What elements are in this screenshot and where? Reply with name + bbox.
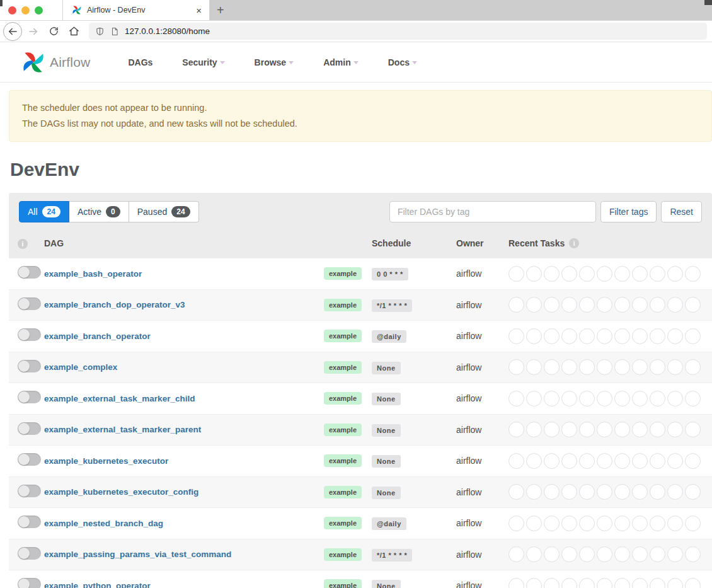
recent-task-circle[interactable] [544,484,560,500]
recent-task-circle[interactable] [632,328,648,344]
schedule-badge[interactable]: None [372,424,401,437]
recent-task-circle[interactable] [632,359,648,375]
recent-task-circle[interactable] [614,422,630,437]
recent-task-circle[interactable] [508,297,524,313]
airflow-brand[interactable]: Airflow [21,50,90,74]
dag-pause-toggle[interactable] [18,422,41,435]
recent-task-circle[interactable] [650,484,665,500]
recent-task-circle[interactable] [526,266,542,282]
window-minimize-button[interactable] [21,6,30,14]
dag-tag-badge[interactable]: example [324,424,362,436]
schedule-badge[interactable]: 0 0 * * * [372,268,408,280]
dag-pause-toggle[interactable] [18,360,41,372]
recent-task-circle[interactable] [526,359,542,375]
info-icon[interactable]: i [18,239,28,249]
schedule-badge[interactable]: None [372,580,401,588]
recent-task-circle[interactable] [667,516,683,531]
recent-task-circle[interactable] [650,453,665,469]
recent-task-circle[interactable] [561,453,577,469]
recent-task-circle[interactable] [526,484,542,500]
recent-task-circle[interactable] [614,516,630,531]
recent-task-circle[interactable] [508,578,524,588]
recent-task-circle[interactable] [685,391,701,406]
nav-item-browse[interactable]: Browse [255,57,294,67]
recent-task-circle[interactable] [561,422,577,437]
recent-task-circle[interactable] [632,391,648,406]
recent-task-circle[interactable] [508,453,524,469]
recent-task-circle[interactable] [508,391,524,406]
recent-task-circle[interactable] [579,578,595,588]
recent-task-circle[interactable] [597,578,612,588]
column-header-schedule[interactable]: Schedule [372,238,456,248]
recent-task-circle[interactable] [667,578,683,588]
recent-task-circle[interactable] [597,484,612,500]
recent-task-circle[interactable] [632,297,648,313]
recent-task-circle[interactable] [508,484,524,500]
recent-task-circle[interactable] [561,516,577,531]
recent-task-circle[interactable] [614,328,630,344]
recent-task-circle[interactable] [685,453,701,469]
recent-task-circle[interactable] [614,578,630,588]
dag-link[interactable]: example_branch_dop_operator_v3 [44,300,185,309]
recent-task-circle[interactable] [667,297,683,313]
recent-task-circle[interactable] [579,266,595,282]
dag-pause-toggle[interactable] [18,516,41,528]
recent-task-circle[interactable] [561,328,577,344]
recent-task-circle[interactable] [526,578,542,588]
dag-pause-toggle[interactable] [18,297,41,310]
recent-task-circle[interactable] [526,297,542,313]
schedule-badge[interactable]: None [372,455,401,468]
recent-task-circle[interactable] [685,484,701,500]
browser-tab[interactable]: Airflow - DevEnv × [63,0,210,20]
recent-task-circle[interactable] [650,297,665,313]
nav-item-admin[interactable]: Admin [323,57,359,67]
recent-task-circle[interactable] [632,546,648,562]
recent-task-circle[interactable] [597,453,612,469]
dag-tag-badge[interactable]: example [324,330,362,342]
recent-task-circle[interactable] [561,266,577,282]
filter-dags-by-tag-input[interactable] [389,201,596,222]
recent-task-circle[interactable] [614,266,630,282]
recent-task-circle[interactable] [667,422,683,437]
dag-pause-toggle[interactable] [18,266,41,279]
recent-task-circle[interactable] [650,328,665,344]
recent-task-circle[interactable] [544,266,560,282]
dag-link[interactable]: example_external_task_marker_child [44,394,195,403]
dag-tag-badge[interactable]: example [324,267,362,280]
dag-pause-toggle[interactable] [18,485,41,497]
nav-item-security[interactable]: Security [182,57,224,67]
dag-tag-badge[interactable]: example [324,548,362,561]
filter-tags-button[interactable]: Filter tags [600,201,657,222]
recent-task-circle[interactable] [597,266,612,282]
recent-task-circle[interactable] [579,328,595,344]
dag-tag-badge[interactable]: example [324,517,362,529]
nav-item-dags[interactable]: DAGs [128,57,152,67]
recent-task-circle[interactable] [650,359,665,375]
recent-task-circle[interactable] [685,422,701,437]
recent-task-circle[interactable] [508,328,524,344]
dag-pause-toggle[interactable] [18,328,41,341]
recent-task-circle[interactable] [544,359,560,375]
recent-task-circle[interactable] [579,546,595,562]
dag-tag-badge[interactable]: example [324,361,362,374]
recent-task-circle[interactable] [544,297,560,313]
schedule-badge[interactable]: @daily [372,330,406,343]
recent-task-circle[interactable] [614,297,630,313]
recent-task-circle[interactable] [597,546,612,562]
recent-task-circle[interactable] [579,516,595,531]
recent-task-circle[interactable] [685,297,701,313]
recent-task-circle[interactable] [614,484,630,500]
recent-task-circle[interactable] [508,546,524,562]
recent-task-circle[interactable] [667,546,683,562]
recent-task-circle[interactable] [614,391,630,406]
recent-task-circle[interactable] [685,328,701,344]
recent-task-circle[interactable] [667,453,683,469]
recent-task-circle[interactable] [632,578,648,588]
back-button[interactable] [3,22,22,41]
dag-link[interactable]: example_bash_operator [44,269,142,279]
page-info-icon[interactable] [110,26,119,37]
recent-task-circle[interactable] [685,359,701,375]
dag-tag-badge[interactable]: example [324,454,362,467]
recent-task-circle[interactable] [526,391,542,406]
recent-task-circle[interactable] [526,328,542,344]
